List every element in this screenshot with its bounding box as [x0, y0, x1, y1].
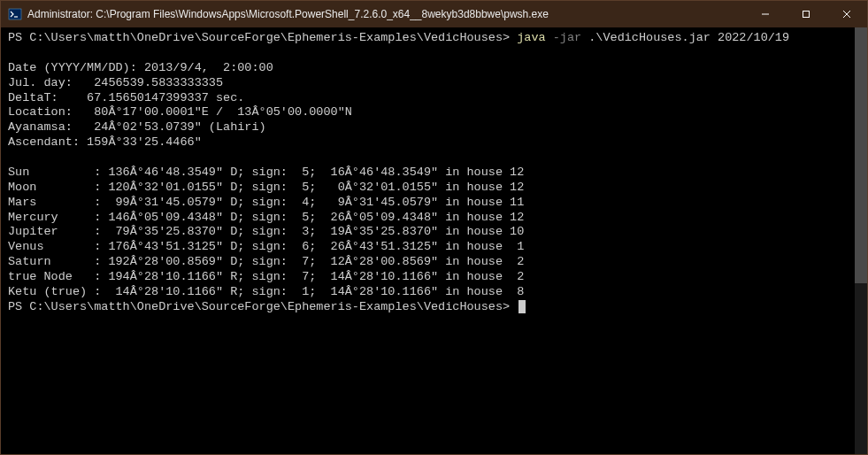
cmd-args: .\VedicHouses.jar 2022/10/19 [588, 31, 789, 44]
maximize-button[interactable] [786, 1, 826, 27]
window-title: Administrator: C:\Program Files\WindowsA… [27, 8, 745, 20]
cursor [518, 300, 526, 313]
svg-rect-0 [9, 9, 21, 19]
cmd-java: java [517, 31, 545, 44]
cmd-flag: -jar [553, 31, 581, 44]
prompt: PS C:\Users\matth\OneDrive\SourceForge\E… [8, 31, 510, 44]
powershell-icon [8, 7, 22, 21]
scrollbar[interactable] [855, 27, 867, 454]
scrollbar-thumb[interactable] [855, 27, 867, 283]
window-controls [745, 1, 867, 27]
close-button[interactable] [826, 1, 867, 27]
prompt-2: PS C:\Users\matth\OneDrive\SourceForge\E… [8, 300, 510, 313]
svg-rect-3 [803, 12, 810, 18]
terminal-body[interactable]: PS C:\Users\matth\OneDrive\SourceForge\E… [1, 27, 867, 454]
minimize-button[interactable] [745, 1, 786, 27]
titlebar[interactable]: Administrator: C:\Program Files\WindowsA… [1, 1, 867, 27]
terminal-window: Administrator: C:\Program Files\WindowsA… [0, 0, 868, 455]
terminal-content: PS C:\Users\matth\OneDrive\SourceForge\E… [8, 31, 860, 315]
